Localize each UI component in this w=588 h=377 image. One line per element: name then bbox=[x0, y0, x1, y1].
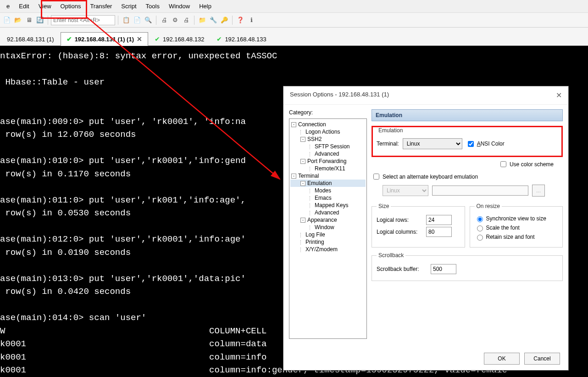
tree-label: Modes bbox=[315, 187, 331, 194]
settings-panel: Emulation Emulation Terminal: Linux AANS… bbox=[372, 109, 563, 348]
separator bbox=[118, 16, 118, 25]
tree-node-terminal[interactable]: -Terminal bbox=[290, 172, 366, 180]
emulation-legend: Emulation bbox=[377, 127, 405, 134]
tree-node-connection[interactable]: -Connection bbox=[290, 121, 366, 128]
key-icon[interactable]: 🔑 bbox=[219, 15, 229, 25]
tree-node-appearance[interactable]: -Appearance bbox=[290, 216, 366, 224]
tree-toggle-icon[interactable]: - bbox=[300, 181, 305, 186]
tree-node-printing[interactable]: Printing bbox=[290, 238, 366, 246]
tree-label: SSH2 bbox=[307, 136, 322, 142]
close-icon[interactable]: ✕ bbox=[556, 91, 562, 100]
resize-legend: On resize bbox=[475, 203, 502, 209]
resize-retain-radio[interactable]: Retain size and font bbox=[475, 233, 558, 241]
tab-label: 92.168.48.131 (1) bbox=[7, 36, 54, 43]
tree-label: Terminal bbox=[298, 173, 319, 179]
tab-3[interactable]: ✔ 192.168.48.133 bbox=[211, 32, 272, 46]
tree-node-log-file[interactable]: Log File bbox=[290, 231, 366, 238]
tree-node-advanced[interactable]: Advanced bbox=[290, 150, 366, 158]
menu-script[interactable]: Script bbox=[116, 1, 141, 11]
tab-2[interactable]: ✔ 192.168.48.132 bbox=[149, 32, 210, 46]
annotation-rect-options bbox=[41, 0, 87, 19]
help-icon[interactable]: ❓ bbox=[235, 15, 245, 25]
tab-1[interactable]: ✔ 192.168.48.131 (1) (1) ✕ bbox=[61, 32, 148, 46]
open-icon[interactable]: 📂 bbox=[13, 15, 23, 25]
rows-label: Logical rows: bbox=[377, 217, 422, 223]
print-icon[interactable]: 🖨 bbox=[159, 15, 169, 25]
tree-label: Mapped Keys bbox=[315, 202, 348, 208]
dialog-titlebar: Session Options - 192.168.48.131 (1) ✕ bbox=[283, 86, 568, 105]
color-scheme-input[interactable] bbox=[500, 161, 506, 167]
section-header: Emulation bbox=[372, 109, 563, 121]
tree-toggle-icon[interactable]: - bbox=[291, 122, 296, 127]
terminal-select[interactable]: Linux bbox=[403, 138, 462, 149]
tree-node-emacs[interactable]: Emacs bbox=[290, 194, 366, 202]
ok-button[interactable]: OK bbox=[484, 353, 520, 365]
alt-keyboard-checkbox[interactable]: Select an alternate keyboard emulation bbox=[372, 172, 563, 181]
rows-input[interactable] bbox=[426, 215, 452, 225]
tree-toggle-icon[interactable]: - bbox=[300, 137, 305, 142]
print2-icon[interactable]: 🖨 bbox=[181, 15, 191, 25]
tree-node-remote-x11[interactable]: Remote/X11 bbox=[290, 165, 366, 172]
check-icon: ✔ bbox=[155, 35, 160, 43]
tools-icon[interactable]: 🔧 bbox=[208, 15, 218, 25]
menu-help[interactable]: Help bbox=[194, 1, 216, 11]
menu-tools[interactable]: Tools bbox=[141, 1, 164, 11]
menu-edit[interactable]: Edit bbox=[14, 1, 33, 11]
alt-kbd-input[interactable] bbox=[373, 174, 379, 180]
check-icon: ✔ bbox=[216, 35, 222, 43]
tree-node-x-y-zmodem[interactable]: X/Y/Zmodem bbox=[290, 246, 366, 253]
tree-node-advanced[interactable]: Advanced bbox=[290, 209, 366, 216]
tab-label: 192.168.48.132 bbox=[163, 36, 204, 43]
terminal-label: Terminal: bbox=[377, 141, 399, 147]
menu-file-partial[interactable]: e bbox=[2, 1, 14, 11]
cols-label: Logical columns: bbox=[377, 229, 422, 235]
options-icon[interactable]: ⚙ bbox=[170, 15, 180, 25]
tree-label: Emacs bbox=[315, 195, 332, 201]
ansi-color-checkbox[interactable]: AANSI ColorNSI Color bbox=[466, 140, 505, 148]
tree-toggle-icon[interactable]: - bbox=[300, 159, 305, 164]
cancel-button[interactable]: Cancel bbox=[524, 353, 560, 365]
tab-label: 192.168.48.131 (1) (1) bbox=[75, 36, 134, 43]
tree-node-emulation[interactable]: -Emulation bbox=[290, 180, 366, 187]
use-color-scheme-checkbox[interactable]: Use color scheme bbox=[499, 160, 554, 169]
tab-0[interactable]: 92.168.48.131 (1) bbox=[1, 33, 60, 46]
ansi-color-input[interactable] bbox=[468, 141, 474, 147]
paste-icon[interactable]: 📄 bbox=[132, 15, 142, 25]
tree-node-logon-actions[interactable]: Logon Actions bbox=[290, 128, 366, 135]
new-session-icon[interactable]: 📄 bbox=[2, 15, 12, 25]
scrollback-input[interactable] bbox=[431, 264, 456, 274]
tree-node-sftp-session[interactable]: SFTP Session bbox=[290, 143, 366, 150]
tree-label: Remote/X11 bbox=[315, 165, 345, 172]
tree-label: SFTP Session bbox=[315, 143, 349, 150]
tree-node-mapped-keys[interactable]: Mapped Keys bbox=[290, 202, 366, 209]
tree-node-port-forwarding[interactable]: -Port Forwarding bbox=[290, 158, 366, 165]
size-legend: Size bbox=[377, 203, 391, 209]
resize-sync-radio[interactable]: Synchronize view to size bbox=[475, 215, 558, 222]
close-icon[interactable]: ✕ bbox=[137, 35, 142, 43]
tree-node-modes[interactable]: Modes bbox=[290, 187, 366, 194]
scrollback-legend: Scrollback bbox=[377, 252, 405, 259]
tree-label: Port Forwarding bbox=[307, 158, 346, 164]
toolbar: 📄 📂 🖥 🔄 📋 📄 🔍 🖨 ⚙ 🖨 📁 🔧 🔑 ❓ ℹ bbox=[0, 13, 588, 28]
tree-node-ssh2[interactable]: -SSH2 bbox=[290, 135, 366, 143]
folder-icon[interactable]: 📁 bbox=[197, 15, 207, 25]
emulation-group: Emulation Terminal: Linux AANSI ColorNSI… bbox=[373, 127, 561, 154]
menu-transfer[interactable]: Transfer bbox=[85, 1, 116, 11]
separator bbox=[194, 16, 194, 25]
menu-window[interactable]: Window bbox=[164, 1, 194, 11]
tree-label: Advanced bbox=[315, 209, 339, 216]
separator bbox=[156, 16, 156, 25]
category-label: Category: bbox=[289, 109, 367, 116]
resize-scale-radio[interactable]: Scale the font bbox=[475, 224, 558, 231]
session-options-dialog: Session Options - 192.168.48.131 (1) ✕ C… bbox=[283, 86, 569, 371]
tree-toggle-icon[interactable]: - bbox=[300, 218, 305, 223]
about-icon[interactable]: ℹ bbox=[246, 15, 256, 25]
category-tree[interactable]: -ConnectionLogon Actions-SSH2SFTP Sessio… bbox=[289, 118, 367, 339]
tree-node-window[interactable]: Window bbox=[290, 224, 366, 231]
tree-toggle-icon[interactable]: - bbox=[291, 174, 296, 179]
copy-icon[interactable]: 📋 bbox=[121, 15, 131, 25]
connect-icon[interactable]: 🖥 bbox=[24, 15, 34, 25]
tab-label: 192.168.48.133 bbox=[225, 36, 266, 43]
find-icon[interactable]: 🔍 bbox=[143, 15, 153, 25]
cols-input[interactable] bbox=[426, 227, 452, 237]
